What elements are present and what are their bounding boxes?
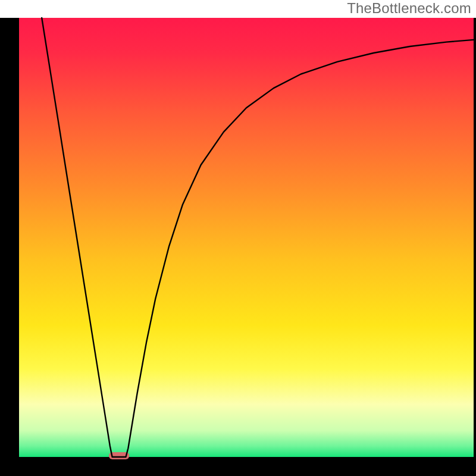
chart-container: TheBottleneck.com	[0, 0, 476, 476]
frame-left	[0, 18, 19, 476]
bottleneck-chart	[0, 0, 476, 476]
attribution-text: TheBottleneck.com	[347, 0, 471, 17]
frame-bottom	[0, 457, 476, 476]
frame-right	[474, 18, 476, 457]
gradient-background	[19, 18, 474, 457]
